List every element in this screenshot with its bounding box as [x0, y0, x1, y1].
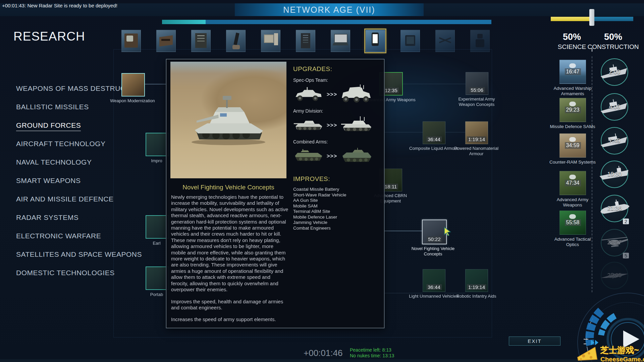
tech-node-label: Weapon Modernization	[106, 98, 159, 104]
tech-node-label: Powered Nanomaterial	[449, 146, 503, 151]
upgrade-arrow: >>>	[327, 92, 337, 98]
tech-node-partial[interactable]: Impro	[146, 133, 168, 163]
age-icon-tablet[interactable]	[400, 30, 420, 52]
tech-node-powered-nanomaterial-armour[interactable]: 1:19:14 Powered Nanomaterial Armour	[465, 121, 487, 156]
tech-node-label: Earl	[146, 241, 168, 246]
description-paragraph: Newly emerging technologies have the pot…	[171, 194, 288, 293]
tank-illustration	[186, 93, 270, 146]
research-screen: NETWORK AGE (VII) +00:01:43: New Radar S…	[0, 0, 644, 362]
peacetime-left: Peacetime left: 8:13	[350, 347, 394, 353]
age-icon-robot[interactable]	[470, 30, 490, 52]
queue-item-time: 47:34	[565, 180, 581, 186]
construction-slider-track[interactable]	[594, 17, 633, 21]
research-queue-item[interactable]: 47:34 Advanced Army Weapons	[559, 171, 585, 208]
connector	[381, 293, 423, 293]
improves-list: Coastal Missile Battery Short-Wave Radar…	[293, 187, 380, 231]
age-icon-smartphone-current[interactable]	[366, 30, 385, 52]
construction-time: 23:57	[607, 239, 622, 246]
science-slider-track[interactable]	[551, 17, 591, 21]
construction-slot-destroyer[interactable]: 7:45	[601, 127, 628, 155]
construction-slot-destroyer[interactable]: 2:00	[601, 58, 628, 86]
tech-node-time: 36:44	[426, 284, 442, 290]
queue-item-image: 34:59	[559, 133, 586, 158]
tooltip-description: Newly emerging technologies have the pot…	[171, 194, 288, 328]
humvee-icon	[293, 85, 324, 104]
upgrade-row-label: Army Division:	[293, 108, 380, 114]
construction-time: 2:00	[609, 69, 620, 75]
upgrade-row-combined-arms: >>>	[293, 146, 380, 167]
research-queue-item[interactable]: 16:47 Advanced Warship Armaments	[559, 60, 585, 97]
construction-allocation: 50% CONSTRUCTION	[586, 32, 640, 51]
tech-tooltip-panel: Novel Fighting Vehicle Concepts Newly em…	[166, 59, 384, 328]
tooltip-upgrades-column: UPGRADES: Spec-Ops Team: >>> Army Divisi	[293, 65, 380, 231]
queue-item-time: 29:23	[565, 107, 581, 113]
age-title: NETWORK AGE (VII)	[283, 5, 375, 15]
construction-slot-helicopter[interactable]: 23:57 5	[601, 229, 628, 256]
age-icon-laptop[interactable]	[331, 30, 350, 52]
description-paragraph: Improves the speed, health and damage of…	[171, 299, 288, 311]
tech-node-partial[interactable]: Portab	[146, 266, 168, 297]
advanced-tank-icon	[340, 116, 373, 134]
queue-item-label: Advanced Tactical Optics	[544, 237, 601, 247]
tech-node-weapon-modernization[interactable]: Weapon Modernization	[121, 73, 144, 104]
research-queue-item[interactable]: 55:58 Advanced Tactical Optics	[559, 210, 585, 247]
connector	[444, 293, 465, 293]
watermark-cn: 芝士游戏~	[600, 345, 644, 356]
construction-slot-submarine[interactable]: 21:36 2	[601, 195, 628, 222]
queue-item-label: Counter-RAM Systems	[544, 160, 601, 165]
mouse-cursor	[443, 227, 452, 236]
age-icon-server[interactable]	[296, 30, 315, 52]
game-clock: +00:01:46	[304, 348, 342, 358]
age-icon-tape-recorder[interactable]	[156, 30, 176, 52]
construction-count-badge: 2	[623, 219, 629, 224]
construction-time: 7:45	[609, 137, 620, 144]
age-icon-drone[interactable]	[435, 30, 455, 52]
research-queue-item[interactable]: 34:59 Counter-RAM Systems	[559, 133, 585, 165]
queue-item-image: 47:34	[559, 171, 586, 195]
no-nukes-time: No nukes time: 13:13	[350, 353, 394, 359]
queue-item-detail	[569, 137, 576, 142]
research-queue-item[interactable]: 29:23 Missile Defence SAMs	[559, 98, 585, 129]
tech-node-label: Portab	[146, 292, 168, 297]
tech-node-experimental-army-weapon-concepts[interactable]: 55:06 Experimental Army Weapon Concepts	[466, 72, 488, 107]
upgrade-row-label: Spec-Ops Team:	[293, 77, 380, 83]
tech-node-label: Experimental Army	[450, 97, 503, 102]
allocation-slider-handle[interactable]	[589, 9, 594, 26]
improves-item: Coastal Missile Battery	[293, 187, 380, 192]
queue-item-detail	[569, 214, 576, 219]
construction-percent: 50%	[586, 32, 640, 42]
improves-item: Mobile SAM	[293, 203, 380, 209]
tech-node-time: 12:35	[383, 87, 399, 93]
ifv-icon	[293, 147, 324, 165]
tech-node-label: Weapon Concepts	[450, 102, 503, 107]
construction-label: CONSTRUCTION	[586, 43, 640, 51]
construction-slot-carrier[interactable]: 19:30	[601, 161, 628, 188]
queue-item-label: Advanced Warship Armaments	[544, 86, 601, 97]
queue-item-image: 29:23	[559, 98, 586, 122]
age-banner: NETWORK AGE (VII)	[235, 3, 424, 16]
age-icon-tv[interactable]	[121, 30, 141, 52]
tech-node-light-unmanned-vehicles[interactable]: 36:44 Light Unmanned Vehicles	[423, 269, 445, 299]
construction-slot-destroyer[interactable]: 4:06	[601, 93, 628, 121]
tech-node-image	[146, 133, 169, 156]
tech-node-image: 55:06	[466, 72, 488, 95]
tech-node-time: 18:11	[383, 184, 398, 189]
tech-node-partial[interactable]: Earl	[146, 215, 168, 246]
tooltip-title: Novel Fighting Vehicle Concepts	[170, 184, 286, 191]
queue-item-time: 34:59	[565, 142, 581, 149]
tech-node-robotic-infantry-aids[interactable]: 1:19:14 Robotic Infantry Aids	[465, 269, 487, 299]
connector	[384, 231, 422, 231]
tech-node-image: 1:19:14	[465, 269, 488, 292]
age-icon-desktop-pc[interactable]	[261, 30, 280, 52]
age-icon-radio-rack[interactable]	[191, 30, 211, 52]
improves-item: AA Gun Site	[293, 198, 380, 203]
tech-node-image: 36:44	[423, 269, 445, 292]
upgrade-row-spec-ops: >>>	[293, 84, 380, 105]
upgrade-arrow: >>>	[327, 122, 337, 128]
age-icon-brick-phone[interactable]	[226, 30, 246, 52]
description-paragraph: Increases the speed of army support elem…	[171, 316, 288, 322]
tech-node-composite-liquid-armour[interactable]: 36:44 Composite Liquid Armour	[423, 121, 445, 151]
age-progress-bar	[162, 20, 491, 24]
tech-node-novel-fighting-vehicle-concepts[interactable]: 50:22 Novel Fighting Vehicle Concepts	[422, 220, 444, 256]
queue-item-label: Missile Defence SAMs	[544, 124, 601, 129]
